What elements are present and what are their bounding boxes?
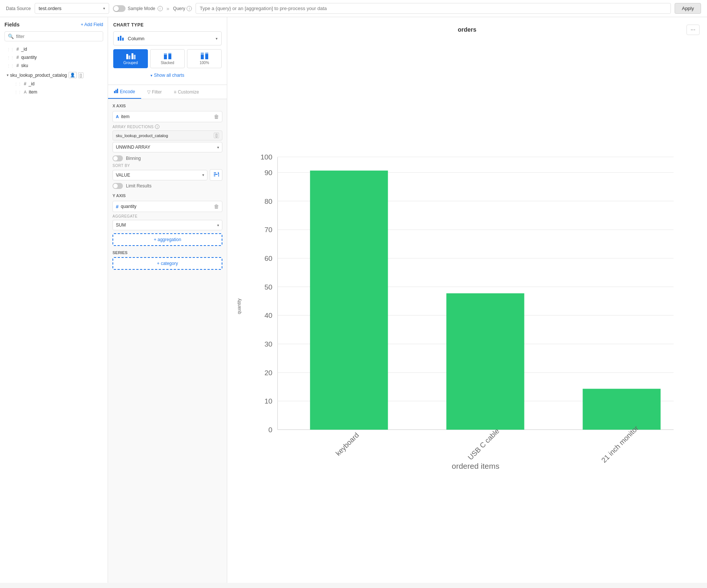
chevron-down-icon: ▾ — [217, 145, 219, 149]
drag-handle-icon: ⋮⋮ — [7, 56, 14, 60]
query-input[interactable] — [196, 3, 671, 14]
svg-rect-7 — [164, 55, 167, 59]
field-item-quantity[interactable]: ⋮⋮ # quantity — [4, 53, 103, 61]
x-axis-label: X Axis — [112, 104, 222, 108]
subtype-stacked[interactable]: Stacked — [150, 49, 185, 68]
chart-options-button[interactable]: ··· — [687, 25, 700, 35]
chart-panel: orders ··· quantity — [227, 17, 707, 583]
bracket-icon: [] — [78, 72, 83, 78]
bar-chart-svg: 0 10 20 30 40 50 60 70 80 90 100 keyboar… — [245, 39, 700, 574]
svg-rect-17 — [117, 89, 118, 93]
hash-icon: # — [24, 81, 26, 86]
apply-button[interactable]: Apply — [675, 3, 701, 14]
limit-results-row: Limit Results — [112, 183, 222, 189]
chevron-down-icon: ▾ — [7, 73, 9, 77]
hash-icon: # — [16, 55, 19, 60]
svg-rect-6 — [134, 55, 136, 59]
aggregate-label: AGGREGATE — [112, 214, 222, 218]
field-name: _id — [29, 81, 35, 86]
subtype-100-label: 100% — [200, 61, 209, 65]
bar-usb-c-cable — [446, 293, 524, 430]
binning-toggle[interactable] — [112, 155, 123, 161]
hash-icon: # — [16, 63, 19, 68]
column-chart-icon — [117, 35, 125, 42]
drag-handle-icon: ⋮⋮ — [14, 90, 22, 94]
delete-field-icon[interactable]: 🗑 — [214, 114, 219, 120]
field-item-lookup-item[interactable]: ⋮⋮ A item — [12, 88, 103, 96]
unwind-array-select[interactable]: UNWIND ARRAY ▾ — [112, 142, 222, 152]
delete-y-field-icon[interactable]: 🗑 — [214, 203, 219, 209]
query-info-icon[interactable]: i — [187, 6, 192, 11]
tab-filter[interactable]: ▽ Filter — [141, 85, 168, 99]
svg-rect-5 — [131, 53, 133, 59]
aggregate-select[interactable]: SUM ▾ — [112, 220, 222, 230]
svg-rect-1 — [120, 36, 121, 41]
svg-text:ordered items: ordered items — [452, 462, 500, 470]
svg-rect-12 — [201, 53, 204, 55]
svg-rect-9 — [168, 54, 171, 59]
sample-mode-info-icon[interactable]: i — [158, 6, 163, 11]
chart-title: orders — [390, 26, 545, 33]
text-icon: A — [24, 90, 26, 94]
sort-value-select[interactable]: VALUE ▾ — [112, 170, 207, 180]
fields-search-box[interactable]: 🔍 — [4, 31, 103, 41]
series-label: Series — [112, 250, 222, 255]
subtype-100[interactable]: 100% — [187, 49, 222, 68]
svg-text:60: 60 — [264, 255, 272, 262]
svg-rect-2 — [122, 38, 124, 41]
field-item-lookup-id[interactable]: ⋮⋮ # _id — [12, 80, 103, 88]
customize-tab-icon: ≡ — [174, 89, 176, 95]
add-field-button[interactable]: + Add Field — [81, 22, 103, 27]
lookup-field-name: sku_lookup_product_catalog — [10, 73, 67, 78]
y-field-chip: # quantity 🗑 — [112, 201, 222, 212]
lookup-chip: sku_lookup_product_catalog [] — [112, 130, 222, 140]
svg-text:50: 50 — [264, 283, 272, 291]
field-item-lookup[interactable]: ▾ sku_lookup_product_catalog 👤 [] — [4, 70, 103, 80]
svg-text:keyboard: keyboard — [334, 431, 361, 458]
sample-mode-toggle[interactable] — [113, 5, 126, 12]
y-field-name: quantity — [121, 204, 212, 209]
unwind-array-label: UNWIND ARRAY — [116, 145, 150, 150]
show-all-charts-button[interactable]: ▾ Show all charts — [113, 71, 222, 79]
svg-text:21 inch monitor: 21 inch monitor — [600, 424, 640, 464]
add-category-button[interactable]: + category — [112, 257, 222, 270]
tab-encode[interactable]: Encode — [108, 85, 141, 99]
show-all-label: Show all charts — [154, 73, 184, 78]
svg-rect-4 — [129, 56, 130, 59]
chart-type-selector[interactable]: Column ▾ — [113, 31, 222, 45]
binning-label: Binning — [126, 156, 141, 161]
limit-results-label: Limit Results — [126, 183, 152, 189]
fields-search-input[interactable] — [16, 34, 100, 39]
svg-rect-8 — [164, 53, 167, 55]
sort-order-button[interactable] — [210, 169, 222, 181]
add-aggregation-button[interactable]: + aggregation — [112, 233, 222, 246]
subtype-grouped[interactable]: Grouped — [113, 49, 148, 68]
hash-icon: # — [16, 47, 19, 52]
svg-text:20: 20 — [264, 369, 272, 377]
y-axis-label-text: quantity — [237, 298, 242, 314]
binning-row: Binning — [112, 155, 222, 161]
tab-customize-label: Customize — [178, 89, 199, 95]
datasource-select[interactable]: test.orders ▾ — [35, 3, 109, 14]
field-item-id[interactable]: ⋮⋮ # _id — [4, 45, 103, 53]
field-item-sku[interactable]: ⋮⋮ # sku — [4, 61, 103, 70]
limit-toggle[interactable] — [112, 183, 123, 189]
tab-customize[interactable]: ≡ Customize — [168, 85, 205, 99]
bracket-icon: [] — [214, 133, 219, 138]
svg-rect-16 — [115, 90, 117, 93]
field-name: quantity — [21, 55, 37, 60]
drag-handle-icon: ⋮⋮ — [7, 64, 14, 68]
sort-value-label: VALUE — [116, 173, 130, 178]
drag-handle-icon: ⋮⋮ — [7, 47, 14, 51]
svg-text:80: 80 — [264, 197, 272, 205]
array-reductions-info-icon[interactable]: i — [155, 124, 159, 129]
chart-type-section-title: Chart Type — [113, 22, 222, 28]
pipe-arrow-icon: » — [167, 6, 169, 12]
drag-handle-icon: ⋮⋮ — [14, 82, 22, 86]
svg-text:30: 30 — [264, 340, 272, 348]
person-icon: 👤 — [69, 72, 77, 78]
svg-text:90: 90 — [264, 169, 272, 177]
svg-text:0: 0 — [269, 426, 273, 434]
text-field-icon: A — [116, 114, 119, 119]
svg-rect-10 — [168, 53, 171, 54]
